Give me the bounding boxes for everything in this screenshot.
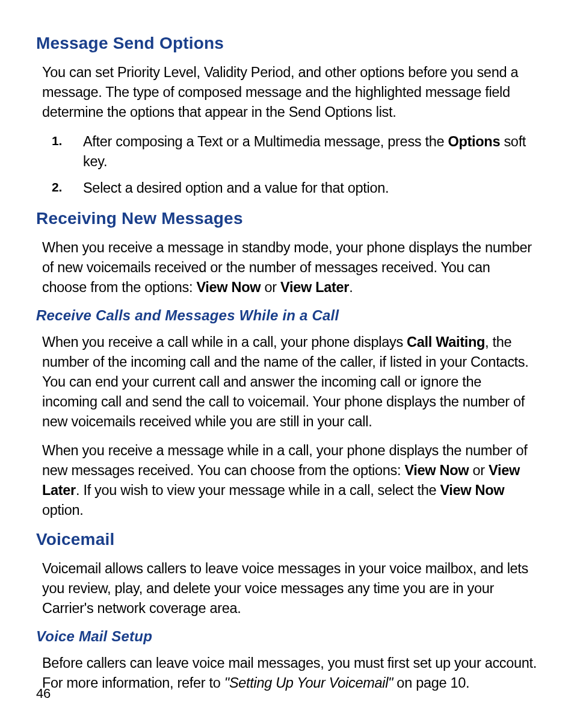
cross-reference: "Setting Up Your Voicemail"	[224, 675, 393, 691]
subheading-voice-mail-setup: Voice Mail Setup	[36, 628, 538, 645]
text: or	[261, 279, 280, 295]
step-text: Select a desired option and a value for …	[83, 180, 389, 196]
subheading-receive-calls-in-call: Receive Calls and Messages While in a Ca…	[36, 307, 538, 324]
step-2: 2. Select a desired option and a value f…	[52, 178, 538, 198]
heading-receiving-new-messages: Receiving New Messages	[36, 209, 538, 228]
step-1: 1. After composing a Text or a Multimedi…	[52, 132, 538, 172]
text: or	[469, 462, 489, 478]
option-view-now: View Now	[440, 482, 504, 498]
step-number: 2.	[52, 178, 62, 196]
paragraph: When you receive a call while in a call,…	[42, 332, 538, 431]
page: Message Send Options You can set Priorit…	[0, 0, 574, 728]
option-view-now: View Now	[404, 462, 469, 478]
text: . If you wish to view your message while…	[76, 482, 440, 498]
paragraph: Before callers can leave voice mail mess…	[42, 653, 538, 693]
option-view-later: View Later	[280, 279, 349, 295]
step-number: 1.	[52, 132, 62, 149]
option-view-now: View Now	[196, 279, 261, 295]
text: option.	[42, 502, 83, 518]
heading-message-send-options: Message Send Options	[36, 34, 538, 53]
label-call-waiting: Call Waiting	[407, 334, 485, 350]
paragraph: Voicemail allows callers to leave voice …	[42, 559, 538, 618]
text: on page 10.	[393, 675, 469, 691]
step-text: After composing a Text or a Multimedia m…	[83, 134, 448, 149]
paragraph: You can set Priority Level, Validity Per…	[42, 63, 538, 122]
steps-list: 1. After composing a Text or a Multimedi…	[52, 132, 538, 199]
page-number: 46	[36, 686, 51, 702]
text: When you receive a call while in a call,…	[42, 334, 407, 350]
text: .	[349, 279, 353, 295]
paragraph: When you receive a message in standby mo…	[42, 238, 538, 297]
paragraph: When you receive a message while in a ca…	[42, 441, 538, 520]
heading-voicemail: Voicemail	[36, 530, 538, 549]
softkey-options: Options	[448, 134, 501, 149]
